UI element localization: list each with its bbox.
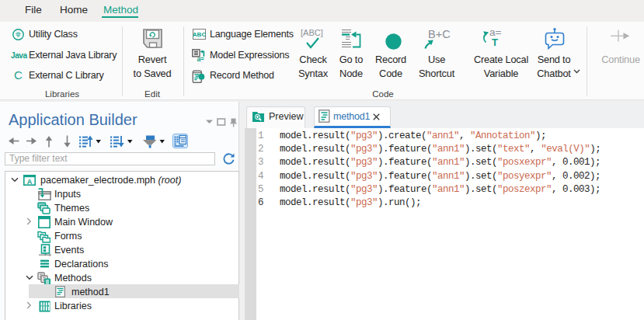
svg-text:A: A bbox=[27, 177, 33, 185]
svg-text:ABC: ABC bbox=[193, 31, 206, 38]
svg-text:a=: a= bbox=[197, 55, 204, 62]
